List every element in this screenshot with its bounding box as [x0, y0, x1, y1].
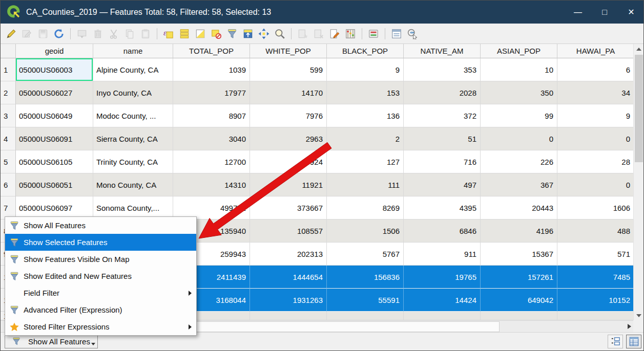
menu-item-show-selected-features[interactable]: Show Selected Features	[5, 234, 196, 251]
row-number[interactable]: 1	[1, 58, 16, 81]
cell-white-pop[interactable]: 11921	[250, 173, 327, 196]
menu-item-show-edited-and-new-features[interactable]: Show Edited and New Features	[5, 268, 196, 284]
dock-icon[interactable]	[390, 27, 403, 40]
column-header-hawai-pa[interactable]: HAWAI_PA	[557, 44, 634, 58]
cell-hawai-pa[interactable]: 1606	[557, 196, 634, 220]
cell-geoid[interactable]: 05000US06091	[16, 127, 93, 150]
row-number[interactable]: 3	[1, 104, 16, 127]
cell-name[interactable]: Sierra County, CA	[93, 127, 173, 150]
cell-asian-pop[interactable]: 226	[481, 150, 557, 173]
edit-field-icon[interactable]	[328, 27, 341, 40]
scroll-up-icon[interactable]	[634, 44, 644, 54]
cell-hawai-pa[interactable]: 0	[557, 173, 634, 196]
cell-total-pop[interactable]: 1039	[173, 58, 250, 81]
column-header-geoid[interactable]: geoid	[16, 44, 93, 58]
cell-native-am[interactable]: 716	[404, 150, 481, 173]
cell-black-pop[interactable]: 5767	[327, 243, 404, 266]
cell-white-pop[interactable]: 7976	[250, 104, 327, 127]
cell-geoid[interactable]: 05000US06003	[16, 58, 93, 81]
cell-geoid[interactable]: 05000US06049	[16, 104, 93, 127]
filter-mode-button[interactable]: Show All Features	[5, 334, 98, 348]
cell-hawai-pa[interactable]: 0	[557, 127, 634, 150]
filter-select-icon[interactable]	[225, 27, 239, 40]
cell-white-pop[interactable]: 14170	[250, 81, 327, 104]
cell-hawai-pa[interactable]: 34	[557, 81, 634, 104]
cell-name[interactable]: Alpine County, CA	[93, 58, 173, 81]
cell-white-pop[interactable]: 373667	[250, 196, 327, 220]
cell-hawai-pa[interactable]: 6	[557, 58, 634, 81]
cell-asian-pop[interactable]: 0	[481, 127, 557, 150]
cell-asian-pop[interactable]: 4196	[481, 220, 557, 243]
scroll-down-icon[interactable]	[634, 311, 644, 320]
pan-to-selection-icon[interactable]	[257, 27, 271, 40]
cell-hawai-pa[interactable]: 488	[557, 220, 634, 243]
cell-asian-pop[interactable]	[481, 312, 557, 320]
cell-asian-pop[interactable]: 350	[481, 81, 557, 104]
corner-button[interactable]	[1, 44, 16, 58]
cell-hawai-pa[interactable]: 571	[557, 243, 634, 266]
menu-item-stored-filter-expressions[interactable]: Stored Filter Expressions	[5, 318, 196, 335]
cell-native-am[interactable]: 911	[404, 243, 481, 266]
cell-native-am[interactable]	[404, 312, 481, 320]
cell-black-pop[interactable]: 136	[327, 104, 404, 127]
select-all-icon[interactable]	[178, 27, 191, 40]
cell-black-pop[interactable]: 1506	[327, 220, 404, 243]
form-view-toggle[interactable]	[608, 335, 623, 348]
deselect-all-icon[interactable]	[210, 27, 223, 40]
conditional-formatting-icon[interactable]	[367, 27, 380, 40]
cell-native-am[interactable]: 6846	[404, 220, 481, 243]
cell-hawai-pa[interactable]: 10152	[557, 289, 634, 312]
row-number[interactable]: 4	[1, 127, 16, 150]
cell-native-am[interactable]: 353	[404, 58, 481, 81]
cell-name[interactable]: Mono County, CA	[93, 173, 173, 196]
cell-black-pop[interactable]: 127	[327, 150, 404, 173]
cell-geoid[interactable]: 05000US06027	[16, 81, 93, 104]
field-calculator-icon[interactable]	[344, 27, 357, 40]
close-button[interactable]: ✕	[618, 1, 644, 24]
toggle-editing-icon[interactable]	[5, 27, 18, 40]
column-header-name[interactable]: name	[93, 44, 173, 58]
cell-white-pop[interactable]: 10924	[250, 150, 327, 173]
menu-item-advanced-filter-expression[interactable]: Advanced Filter (Expression)	[5, 301, 196, 318]
cell-hawai-pa[interactable]: 7485	[557, 266, 634, 289]
cell-asian-pop[interactable]: 20443	[481, 196, 557, 220]
cell-black-pop[interactable]: 153	[327, 81, 404, 104]
cell-total-pop[interactable]: 8907	[173, 104, 250, 127]
maximize-button[interactable]: □	[591, 1, 618, 24]
cell-asian-pop[interactable]: 10	[481, 58, 557, 81]
cell-white-pop[interactable]: 599	[250, 58, 327, 81]
cell-name[interactable]: Trinity County, CA	[93, 150, 173, 173]
cell-native-am[interactable]: 497	[404, 173, 481, 196]
row-number[interactable]: 6	[1, 173, 16, 196]
cell-black-pop[interactable]	[327, 312, 404, 320]
actions-icon[interactable]	[406, 27, 419, 40]
scroll-right-icon[interactable]	[624, 321, 634, 332]
cell-white-pop[interactable]	[250, 312, 327, 320]
cell-geoid[interactable]: 05000US06105	[16, 150, 93, 173]
cell-native-am[interactable]: 4395	[404, 196, 481, 220]
cell-asian-pop[interactable]: 15367	[481, 243, 557, 266]
column-header-asian-pop[interactable]: ASIAN_POP	[481, 44, 557, 58]
cell-hawai-pa[interactable]	[557, 312, 634, 320]
cell-name[interactable]: Inyo County, CA	[93, 81, 173, 104]
cell-total-pop[interactable]: 17977	[173, 81, 250, 104]
cell-native-am[interactable]: 2028	[404, 81, 481, 104]
select-by-expression-icon[interactable]: ε	[162, 27, 175, 40]
cell-native-am[interactable]: 51	[404, 127, 481, 150]
row-number[interactable]: 5	[1, 150, 16, 173]
cell-native-am[interactable]: 14424	[404, 289, 481, 312]
cell-asian-pop[interactable]: 367	[481, 173, 557, 196]
zoom-to-selection-icon[interactable]	[273, 27, 286, 40]
cell-native-am[interactable]: 19765	[404, 266, 481, 289]
vertical-scrollbar-thumb[interactable]	[635, 55, 643, 162]
row-number[interactable]: 2	[1, 81, 16, 104]
cell-black-pop[interactable]: 8269	[327, 196, 404, 220]
cell-native-am[interactable]: 372	[404, 104, 481, 127]
cell-name[interactable]: Modoc County, ...	[93, 104, 173, 127]
invert-selection-icon[interactable]	[194, 27, 207, 40]
cell-white-pop[interactable]: 1931263	[250, 289, 327, 312]
reload-icon[interactable]	[52, 27, 66, 40]
cell-total-pop[interactable]: 14310	[173, 173, 250, 196]
cell-asian-pop[interactable]: 157261	[481, 266, 557, 289]
cell-white-pop[interactable]: 202313	[250, 243, 327, 266]
